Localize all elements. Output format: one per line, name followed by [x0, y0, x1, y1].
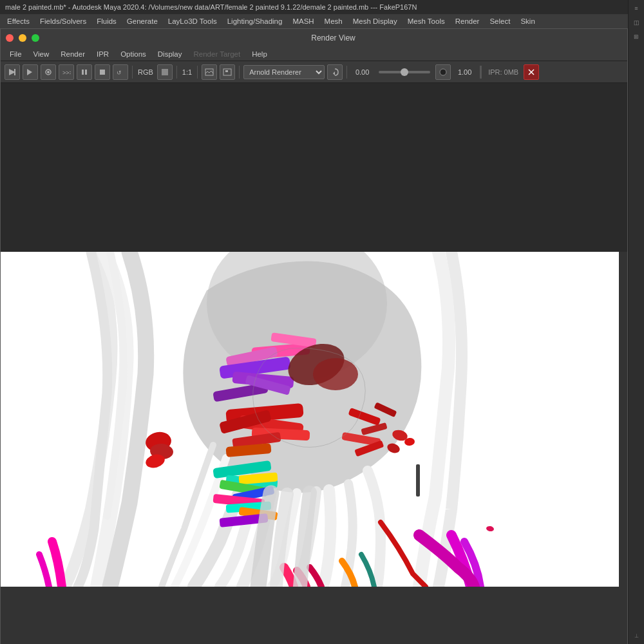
win-menu-view[interactable]: View: [28, 49, 55, 59]
menu-fields-solvers[interactable]: Fields/Solvers: [35, 16, 91, 26]
svg-marker-2: [27, 69, 32, 75]
render-sequence-btn[interactable]: [5, 64, 20, 80]
svg-point-15: [440, 69, 446, 75]
renderer-refresh-btn[interactable]: [327, 64, 343, 80]
svg-rect-13: [225, 70, 228, 72]
os-title-bar: male 2 painted.mb* - Autodesk Maya 2020.…: [0, 0, 644, 14]
ipr-stop-btn[interactable]: [95, 64, 110, 80]
close-render-btn[interactable]: [524, 64, 539, 80]
ipr-render-btn[interactable]: >>>: [59, 64, 74, 80]
svg-rect-56: [416, 464, 420, 497]
separator-3: [197, 66, 198, 79]
window-title: Render View: [44, 33, 622, 43]
menu-laylo3d-tools[interactable]: LayLo3D Tools: [164, 16, 222, 26]
menu-effects[interactable]: Effects: [3, 16, 34, 26]
separator-4: [239, 66, 240, 79]
win-menu-options[interactable]: Options: [115, 49, 151, 59]
menu-mesh[interactable]: Mesh: [320, 16, 347, 26]
menu-mesh-tools[interactable]: Mesh Tools: [403, 16, 450, 26]
gamma-value: 1.00: [453, 68, 476, 76]
render-dark-area: [1, 83, 627, 252]
svg-rect-8: [100, 70, 105, 75]
render-output: [1, 252, 619, 587]
color-picker-btn[interactable]: [157, 64, 173, 80]
menu-select[interactable]: Select: [485, 16, 515, 26]
menu-render[interactable]: Render: [451, 16, 484, 26]
exposure-slider[interactable]: [379, 71, 430, 73]
window-menu-bar: File View Render IPR Options Display Ren…: [1, 47, 627, 61]
separator-1: [132, 66, 133, 79]
render-view-window: Render View File View Render IPR Options…: [0, 28, 628, 644]
svg-text:>>>: >>>: [62, 70, 71, 76]
snapshot-btn[interactable]: [41, 64, 56, 80]
win-menu-display[interactable]: Display: [153, 49, 187, 59]
maximize-button[interactable]: [32, 34, 39, 42]
separator-2: [176, 66, 177, 79]
menu-lighting-shading[interactable]: Lighting/Shading: [223, 16, 287, 26]
slider-end-btn[interactable]: [435, 64, 451, 80]
menu-mash[interactable]: MASH: [288, 16, 318, 26]
win-menu-help[interactable]: Help: [247, 49, 272, 59]
ipr-refresh-btn[interactable]: ↺: [113, 64, 128, 80]
sidebar-label: ⊥: [632, 630, 641, 641]
svg-marker-14: [333, 71, 335, 75]
window-title-bar: Render View: [1, 29, 627, 47]
win-menu-render-target[interactable]: Render Target: [189, 49, 246, 59]
image-btn[interactable]: [202, 64, 217, 80]
menu-fluids[interactable]: Fluids: [92, 16, 121, 26]
separator-5: [346, 66, 347, 79]
sidebar-btn-1[interactable]: ≡: [630, 3, 642, 14]
minimize-button[interactable]: [19, 34, 26, 42]
render-frame-btn[interactable]: [23, 64, 38, 80]
svg-rect-7: [85, 70, 87, 75]
svg-rect-10: [162, 69, 168, 75]
separator-lines: [480, 66, 482, 79]
menu-mesh-display[interactable]: Mesh Display: [348, 16, 402, 26]
svg-point-28: [313, 358, 358, 390]
ipr-pause-btn[interactable]: [77, 64, 92, 80]
right-sidebar: ≡ ◫ ⊞ ⊥: [628, 0, 644, 644]
render-canvas: [1, 252, 619, 587]
rgb-label: RGB: [137, 68, 155, 76]
renderer-select[interactable]: Arnold Renderer Maya Hardware 2.0 Maya S…: [243, 65, 325, 79]
sidebar-btn-2[interactable]: ◫: [630, 17, 642, 28]
maya-menu-bar: Effects Fields/Solvers Fluids Generate L…: [0, 14, 644, 28]
win-menu-render[interactable]: Render: [55, 49, 90, 59]
win-menu-file[interactable]: File: [5, 49, 27, 59]
ratio-label: 1:1: [181, 68, 193, 76]
title-bar-text: male 2 painted.mb* - Autodesk Maya 2020.…: [5, 3, 417, 11]
image2-btn[interactable]: [220, 64, 235, 80]
menu-generate[interactable]: Generate: [122, 16, 162, 26]
svg-point-4: [47, 71, 50, 73]
sidebar-btn-3[interactable]: ⊞: [630, 31, 642, 43]
menu-skin[interactable]: Skin: [516, 16, 539, 26]
svg-rect-6: [82, 70, 84, 75]
svg-text:↺: ↺: [117, 70, 122, 76]
close-button[interactable]: [6, 34, 14, 42]
ipr-memory-label: IPR: 0MB: [488, 68, 518, 76]
render-toolbar: >>> ↺ RGB 1:1 Arnold Renderer Maya Hardw: [1, 61, 627, 83]
win-menu-ipr[interactable]: IPR: [91, 49, 114, 59]
exposure-value: 0.00: [351, 68, 374, 76]
